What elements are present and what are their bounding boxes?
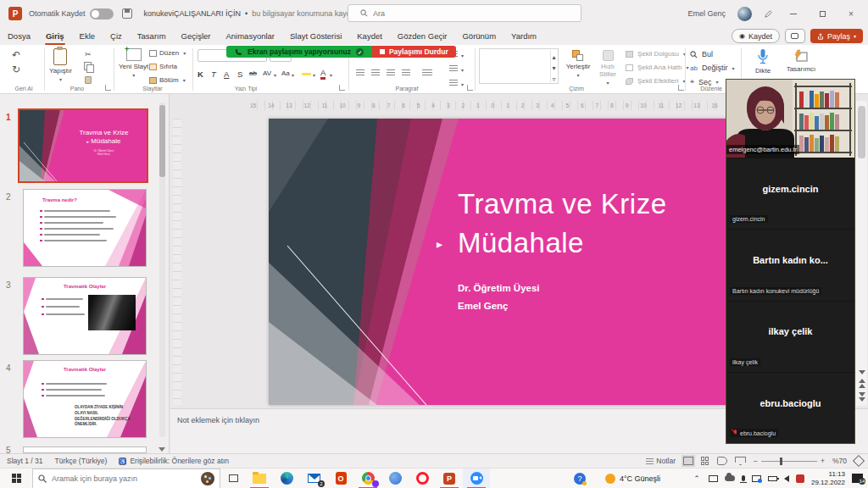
align-text-icon[interactable] — [449, 65, 458, 73]
thumbnail-scrollbar[interactable] — [159, 103, 165, 437]
drawing-dialog-launcher[interactable] — [678, 85, 684, 91]
zoom-button[interactable] — [463, 469, 490, 488]
arrange-button[interactable]: Yerleştir▾ — [562, 50, 594, 78]
redo-icon[interactable]: ↻ — [12, 64, 20, 75]
zoom-slider-thumb[interactable] — [780, 458, 782, 465]
thumbnail-scroll-down-icon[interactable] — [159, 447, 165, 452]
tab-gozden-gecir[interactable]: Gözden Geçir — [390, 27, 455, 45]
slide-thumbnail-4[interactable]: Travmatik Olaylar OLAYDAN ZİYADE KİŞİNİN… — [23, 360, 147, 438]
zoom-slider[interactable]: − + — [754, 457, 825, 465]
replace-button[interactable]: abDeğiştir▾ — [690, 64, 734, 72]
mail-button[interactable]: 2 — [300, 469, 327, 488]
translator-button[interactable] — [381, 469, 409, 488]
microphone-tray-icon[interactable] — [742, 475, 745, 481]
user-name[interactable]: Emel Genç — [687, 9, 726, 18]
task-view-button[interactable] — [220, 469, 246, 488]
slide-subtitle-2[interactable]: Emel Genç — [458, 301, 508, 311]
tab-gorunum[interactable]: Görünüm — [454, 27, 504, 45]
minimize-button[interactable] — [785, 9, 802, 19]
antivirus-icon[interactable] — [796, 474, 804, 483]
tab-gecisler[interactable]: Geçişler — [174, 27, 219, 45]
align-left-icon[interactable] — [356, 69, 364, 77]
next-slide-button[interactable] — [859, 392, 865, 402]
tab-dosya[interactable]: Dosya — [0, 27, 38, 45]
opera-button[interactable] — [409, 469, 436, 488]
autosave-toggle[interactable] — [90, 8, 114, 19]
fit-to-window-icon[interactable] — [853, 455, 865, 467]
italic-button[interactable]: T — [211, 69, 216, 79]
powerpoint-button[interactable]: P — [436, 469, 463, 488]
action-center-button[interactable]: 14 — [852, 474, 863, 483]
normal-view-button[interactable] — [683, 457, 693, 465]
tab-tasarim[interactable]: Tasarım — [130, 27, 174, 45]
undo-icon[interactable]: ↶ — [12, 49, 20, 61]
taskbar-search-input[interactable] — [52, 474, 179, 483]
notes-toggle-button[interactable]: Notlar — [646, 457, 676, 465]
comments-button[interactable] — [785, 29, 805, 43]
font-color-button[interactable]: A — [320, 68, 326, 80]
file-explorer-button[interactable] — [246, 469, 273, 488]
scroll-down-icon[interactable] — [859, 370, 865, 374]
get-help-button[interactable]: ? — [566, 469, 593, 488]
record-button[interactable]: ◉Kaydet — [732, 29, 780, 43]
shape-effects-button[interactable]: Şekil Efektleri▾ — [626, 77, 685, 85]
slide-sorter-view-button[interactable] — [701, 457, 709, 465]
tab-kaydet[interactable]: Kaydet — [349, 27, 390, 45]
quick-styles-button[interactable]: Hızlı Stiller▾ — [595, 50, 620, 86]
slide-thumbnail-5[interactable] — [23, 446, 147, 453]
save-icon[interactable] — [122, 8, 132, 19]
slide-thumbnail-2[interactable]: Travma nedir? — [23, 189, 147, 267]
slideshow-button[interactable] — [735, 457, 746, 465]
accessibility-checker[interactable]: ♿ Erişilebilirlik: Önerilere göz atın — [119, 457, 229, 465]
font-dialog-launcher[interactable] — [339, 85, 345, 91]
participant-tile[interactable]: ilkay çelik ilkay çelik — [726, 301, 854, 372]
slide-thumbnail-1[interactable]: Travma ve Krize ▸ Müdahale Dr. Öğretim Ü… — [18, 108, 148, 183]
scrollbar-thumb[interactable] — [858, 106, 865, 158]
shape-outline-button[interactable]: Şekil Ana Hattı▾ — [626, 64, 689, 71]
smartart-icon[interactable] — [449, 80, 458, 87]
cut-icon[interactable]: ✂ — [85, 50, 92, 58]
character-spacing-button[interactable]: AV — [263, 69, 271, 77]
reset-button[interactable]: Sıfırla — [149, 63, 177, 70]
start-button[interactable] — [0, 469, 32, 488]
share-button[interactable]: Paylaş ▾ — [810, 29, 863, 43]
stop-share-button[interactable]: Paylaşımı Durdur — [372, 46, 456, 58]
dictate-button[interactable]: Dikte — [748, 48, 778, 75]
slide-thumbnail-3[interactable]: Travmatik Olaylar — [23, 277, 147, 355]
align-center-icon[interactable] — [371, 69, 380, 77]
office-button[interactable]: O — [327, 469, 354, 488]
participant-tile[interactable]: gizem.cincin gizem.cincin — [726, 158, 854, 229]
columns-icon[interactable] — [422, 69, 432, 77]
pen-icon[interactable] — [764, 9, 773, 19]
speaker-icon[interactable] — [784, 475, 789, 482]
screen-share-tray-icon[interactable] — [752, 475, 761, 482]
find-button[interactable]: Bul — [690, 50, 713, 58]
search-highlight-icon[interactable] — [201, 472, 214, 485]
battery-icon[interactable] — [768, 476, 777, 481]
taskbar-search[interactable] — [32, 469, 220, 488]
weather-widget[interactable]: 4°C Güneşli — [605, 474, 660, 484]
strikethrough-button[interactable]: ab — [249, 69, 257, 77]
zoom-level[interactable]: %70 — [832, 457, 847, 465]
main-scrollbar[interactable] — [856, 101, 867, 406]
participant-tile[interactable]: ebru.bacioglu ebru.bacioglu — [726, 372, 854, 443]
self-video-tile[interactable]: emelgenc@bartin.edu.tr — [726, 80, 854, 158]
section-button[interactable]: Bölüm▾ — [149, 76, 186, 84]
change-case-button[interactable]: Aa — [281, 69, 290, 77]
tab-giris[interactable]: Giriş — [38, 27, 72, 45]
close-button[interactable]: × — [843, 9, 860, 19]
zoom-out-icon[interactable]: − — [754, 457, 758, 465]
chrome-button[interactable] — [354, 469, 381, 488]
align-right-icon[interactable] — [387, 69, 395, 77]
paste-button[interactable]: Yapıştır▾ — [49, 48, 72, 82]
tab-slayt-gosterisi[interactable]: Slayt Gösterisi — [282, 27, 349, 45]
tab-yardim[interactable]: Yardım — [504, 27, 544, 45]
document-title[interactable]: konukeviÇALIŞANLARI İÇİN • bu bilgisayar… — [144, 9, 376, 18]
maximize-button[interactable] — [814, 9, 831, 19]
slide-subtitle-1[interactable]: Dr. Öğretim Üyesi — [458, 283, 540, 293]
format-painter-icon[interactable] — [85, 76, 92, 84]
justify-icon[interactable] — [402, 69, 410, 77]
shadow-button[interactable]: S — [237, 69, 242, 79]
clipboard-dialog-launcher[interactable] — [105, 85, 111, 91]
previous-slide-button[interactable] — [859, 379, 865, 388]
